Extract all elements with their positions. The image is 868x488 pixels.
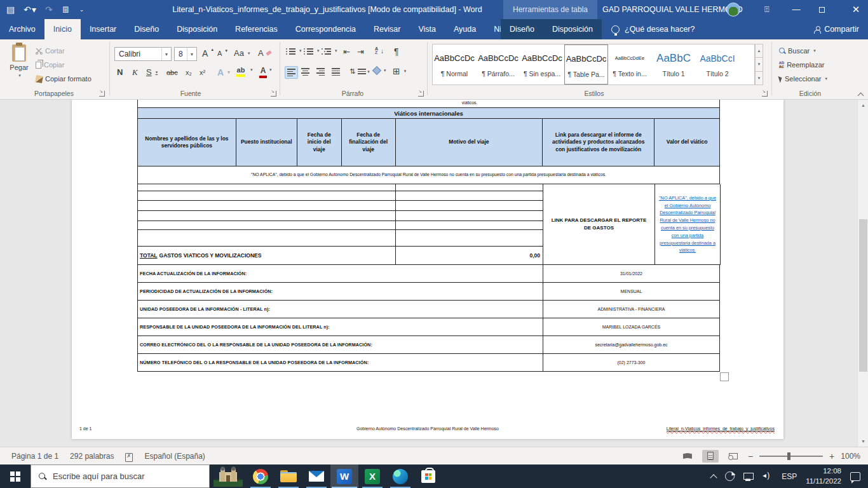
subscript-button[interactable]: x₂	[186, 69, 192, 76]
minimize-button[interactable]: —	[785, 0, 807, 19]
zoom-out-button[interactable]: −	[748, 451, 753, 461]
save-icon[interactable]: ▤	[6, 4, 15, 15]
paste-button[interactable]: Pegar ▾	[6, 44, 32, 78]
paragraph-dialog-launcher-icon[interactable]	[418, 91, 424, 97]
styles-dialog-launcher-icon[interactable]	[762, 91, 768, 97]
tab-archivo[interactable]: Archivo	[0, 19, 44, 39]
strikethrough-button[interactable]: abc	[166, 69, 178, 76]
qat-customize-icon[interactable]: ⌄	[79, 6, 85, 13]
read-mode-button[interactable]	[679, 450, 696, 463]
taskbar-file-explorer[interactable]	[275, 464, 302, 488]
castle-shortcut-icon[interactable]	[210, 464, 247, 488]
account-name[interactable]: GAD PARROQUIAL VALLE HERMOSO	[602, 0, 743, 19]
undo-icon[interactable]: ↶▾	[24, 4, 36, 15]
shrink-font-button[interactable]: A▼	[217, 50, 228, 57]
restore-button[interactable]	[811, 0, 832, 19]
align-left-button[interactable]	[285, 66, 298, 79]
change-case-button[interactable]: Aa▾	[234, 48, 250, 58]
scrollbar-thumb[interactable]	[859, 219, 867, 372]
highlight-color-button[interactable]: ab	[236, 66, 245, 77]
highlight-dropdown-icon[interactable]: ▾	[250, 67, 253, 72]
tab-insertar[interactable]: Insertar	[81, 19, 125, 39]
tab-correspondencia[interactable]: Correspondencia	[287, 19, 365, 39]
vertical-scrollbar[interactable]: ▲ ▼	[857, 100, 868, 447]
grow-font-button[interactable]: A▲	[202, 48, 214, 58]
close-button[interactable]: ✕	[845, 0, 867, 19]
italic-button[interactable]: K	[132, 67, 138, 78]
borders-button[interactable]: ⊞▾	[393, 66, 406, 76]
font-dialog-launcher-icon[interactable]	[271, 91, 276, 97]
volume-icon[interactable]	[763, 472, 773, 480]
print-preview-icon[interactable]: 🗏	[62, 4, 71, 15]
tab-table-disposicion[interactable]: Disposición	[543, 19, 602, 39]
tab-vista[interactable]: Vista	[409, 19, 445, 39]
increase-indent-button[interactable]: ⇥	[357, 47, 364, 57]
web-layout-button[interactable]	[725, 450, 742, 463]
copy-button[interactable]: Copiar	[36, 61, 64, 69]
zoom-slider[interactable]	[759, 456, 823, 457]
select-button[interactable]: Seleccionar▾	[779, 75, 827, 83]
ribbon-display-options-icon[interactable]: ⍐	[756, 0, 778, 19]
zoom-level[interactable]: 100%	[841, 452, 860, 461]
redo-icon[interactable]: ↷	[45, 4, 53, 15]
find-button[interactable]: Buscar▾	[779, 47, 816, 55]
hidden-icons-chevron-icon[interactable]	[710, 473, 716, 479]
multilevel-list-button[interactable]: ▾	[322, 48, 337, 55]
clear-formatting-button[interactable]: A	[258, 48, 271, 58]
tab-ayuda[interactable]: Ayuda	[445, 19, 485, 39]
style-normal[interactable]: AaBbCcDc¶ Normal	[433, 44, 477, 85]
taskbar-word[interactable]: W	[330, 464, 358, 488]
word-count[interactable]: 292 palabras	[70, 452, 114, 461]
scroll-up-icon[interactable]: ▲	[858, 100, 868, 111]
replace-button[interactable]: abacReemplazar	[779, 61, 824, 69]
taskbar-store[interactable]	[414, 464, 442, 488]
tell-me-box[interactable]: ¿Qué desea hacer?	[611, 19, 695, 39]
no-aplica-hyperlink[interactable]: "NO APLICA", debido a que el Gobierno Au…	[657, 194, 718, 255]
font-color-button[interactable]: A	[259, 66, 267, 78]
scroll-down-icon[interactable]: ▼	[858, 436, 868, 447]
taskbar-search-box[interactable]: Escribe aquí para buscar	[31, 464, 210, 488]
decrease-indent-button[interactable]: ⇤	[343, 47, 350, 57]
style-parrafo[interactable]: AaBbCcDc¶ Párrafo...	[477, 44, 520, 85]
tab-inicio[interactable]: Inicio	[44, 19, 81, 39]
font-size-combo[interactable]: 8 ▼	[174, 47, 197, 61]
font-name-combo[interactable]: Calibri ▼	[114, 47, 172, 61]
format-painter-button[interactable]: Copiar formato	[36, 75, 92, 83]
align-right-button[interactable]	[316, 68, 325, 76]
start-button[interactable]	[0, 464, 31, 488]
proofing-error-icon[interactable]	[125, 453, 133, 462]
avatar[interactable]	[726, 3, 740, 17]
style-texto-independiente[interactable]: AaBbCcDdEe¶ Texto in...	[608, 44, 652, 85]
print-layout-button[interactable]	[702, 450, 719, 463]
share-button[interactable]: Compartir	[814, 19, 859, 39]
bullets-button[interactable]: ▾	[286, 48, 302, 55]
line-spacing-button[interactable]: ⇅▾	[349, 67, 370, 76]
collapse-ribbon-icon[interactable]	[858, 92, 863, 97]
shading-button[interactable]: ▾	[374, 67, 386, 74]
document-page[interactable]: viáticos. Viáticos internacionales Nombr…	[72, 100, 783, 439]
styles-gallery-more-icon[interactable]: ▼	[755, 72, 763, 85]
taskbar-excel[interactable]: X	[358, 464, 386, 488]
sort-button[interactable]: AZ↓	[375, 47, 384, 55]
style-sin-espaciado[interactable]: AaBbCcDc¶ Sin espa...	[520, 44, 564, 85]
underline-button[interactable]: S▾	[146, 67, 158, 77]
style-titulo-1[interactable]: AaBbCTítulo 1	[652, 44, 696, 85]
taskbar-mail[interactable]	[302, 464, 330, 488]
bold-button[interactable]: N	[117, 67, 123, 77]
justify-button[interactable]	[332, 68, 340, 76]
taskbar-edge[interactable]	[386, 464, 414, 488]
tab-table-diseno[interactable]: Diseño	[501, 19, 543, 39]
show-paragraph-marks-button[interactable]: ¶	[394, 46, 399, 57]
sync-icon[interactable]	[725, 471, 735, 481]
tab-referencias[interactable]: Referencias	[226, 19, 287, 39]
styles-scroll-down-icon[interactable]: ▼	[755, 58, 763, 71]
style-titulo-2[interactable]: AaBbCcITítulo 2	[696, 44, 740, 85]
action-center-icon[interactable]	[850, 472, 860, 481]
input-language[interactable]: ESP	[782, 472, 797, 481]
numbering-button[interactable]: ▾	[304, 48, 320, 55]
style-table-paragraph[interactable]: AaBbCcDc¶ Table Pa...	[564, 44, 608, 85]
align-center-button[interactable]	[301, 68, 309, 76]
page-indicator[interactable]: Página 1 de 1	[11, 452, 58, 461]
tab-revisar[interactable]: Revisar	[365, 19, 409, 39]
superscript-button[interactable]: x²	[200, 69, 205, 76]
